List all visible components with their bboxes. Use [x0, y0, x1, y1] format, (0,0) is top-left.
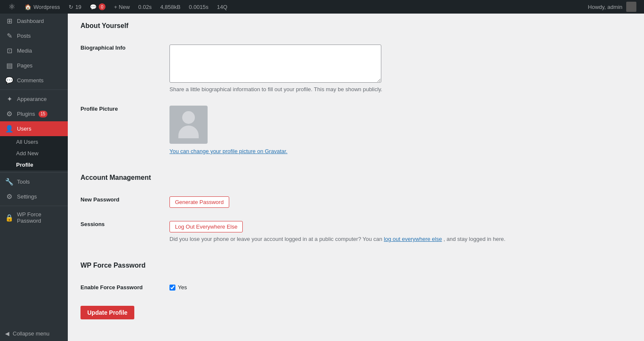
- about-form-table: Biographical Info Share a little biograp…: [80, 38, 631, 161]
- submenu-all-users[interactable]: All Users: [0, 136, 68, 148]
- enable-force-password-row: Enable Force Password Yes: [80, 278, 631, 297]
- new-content-link[interactable]: + New: [110, 0, 134, 14]
- sidebar-item-appearance[interactable]: ✦ Appearance: [0, 92, 68, 106]
- bio-input[interactable]: [169, 45, 381, 83]
- wp-force-form-table: Enable Force Password Yes: [80, 278, 631, 297]
- wp-logo[interactable]: ⚛: [3, 0, 20, 14]
- collapse-menu-button[interactable]: ◀ Collapse menu: [0, 326, 68, 341]
- sidebar-item-posts[interactable]: ✎ Posts: [0, 28, 68, 43]
- bio-label: Biographical Info: [80, 45, 125, 51]
- sidebar-item-plugins[interactable]: ⚙ Plugins 15: [0, 106, 68, 121]
- comment-icon: 💬: [90, 4, 97, 10]
- new-password-label: New Password: [80, 196, 119, 203]
- main-content: About Yourself Biographical Info Share a…: [68, 14, 644, 341]
- submenu-profile[interactable]: Profile: [0, 159, 68, 170]
- update-profile-row: Update Profile: [80, 297, 631, 328]
- log-out-link[interactable]: log out everywhere else: [384, 236, 442, 242]
- settings-icon: ⚙: [5, 193, 14, 201]
- home-icon: 🏠: [25, 4, 31, 10]
- sidebar-item-wp-force-password[interactable]: 🔒 WP Force Password: [0, 208, 68, 227]
- appearance-icon: ✦: [5, 95, 14, 103]
- sidebar-item-comments[interactable]: 💬 Comments: [0, 73, 68, 88]
- perf-1: 0.02s: [134, 0, 156, 14]
- comments-link[interactable]: 💬 0: [86, 0, 110, 14]
- posts-icon: ✎: [5, 32, 14, 40]
- sessions-label: Sessions: [80, 221, 105, 227]
- wp-force-password-heading: WP Force Password: [80, 262, 631, 269]
- sidebar-item-dashboard[interactable]: ⊞ Dashboard: [0, 14, 68, 28]
- plugins-icon: ⚙: [5, 110, 14, 118]
- divider-2: [0, 172, 68, 173]
- sessions-description: Did you lose your phone or leave your ac…: [169, 236, 627, 242]
- media-icon: ⊡: [5, 47, 14, 55]
- sidebar-item-tools[interactable]: 🔧 Tools: [0, 174, 68, 189]
- force-password-icon: 🔒: [5, 214, 14, 222]
- perf-2: 4,858kB: [156, 0, 185, 14]
- sessions-row: Sessions Log Out Everywhere Else Did you…: [80, 215, 631, 249]
- users-icon: 👤: [5, 125, 14, 133]
- account-management-heading: Account Management: [80, 174, 631, 182]
- new-password-row: New Password Generate Password: [80, 190, 631, 215]
- perf-3: 0.0015s: [185, 0, 213, 14]
- collapse-icon: ◀: [5, 330, 9, 337]
- sidebar-item-users[interactable]: 👤 Users ◀: [0, 121, 68, 136]
- site-name-link[interactable]: 🏠 Wordpress: [20, 0, 64, 14]
- sidebar-item-media[interactable]: ⊡ Media: [0, 43, 68, 58]
- yes-label: Yes: [178, 284, 187, 291]
- update-icon: ↻: [69, 4, 73, 10]
- admin-bar: ⚛ 🏠 Wordpress ↻ 19 💬 0 + New 0.02s 4,858…: [0, 0, 644, 14]
- enable-force-password-checkbox[interactable]: [169, 285, 175, 291]
- submenu-add-new[interactable]: Add New: [0, 148, 68, 159]
- avatar-small: [626, 2, 636, 12]
- bio-description: Share a little biographical information …: [169, 86, 627, 92]
- tools-icon: 🔧: [5, 178, 14, 186]
- gravatar-link[interactable]: You can change your profile picture on G…: [169, 148, 287, 154]
- sidebar: ⊞ Dashboard ✎ Posts ⊡ Media ▤ Pages 💬 Co…: [0, 14, 68, 341]
- log-out-everywhere-button[interactable]: Log Out Everywhere Else: [169, 221, 243, 232]
- avatar-head: [182, 111, 195, 124]
- avatar-figure: [178, 111, 199, 138]
- comments-icon: 💬: [5, 76, 14, 84]
- enable-force-password-label: Enable Force Password: [80, 284, 143, 291]
- sidebar-item-settings[interactable]: ⚙ Settings: [0, 189, 68, 204]
- yes-checkbox-label[interactable]: Yes: [169, 284, 627, 291]
- profile-picture-label: Profile Picture: [80, 106, 118, 112]
- dashboard-icon: ⊞: [5, 17, 14, 25]
- updates-link[interactable]: ↻ 19: [64, 0, 86, 14]
- sidebar-item-pages[interactable]: ▤ Pages: [0, 58, 68, 73]
- bio-row: Biographical Info Share a little biograp…: [80, 38, 631, 99]
- profile-picture-row: Profile Picture You can change your prof…: [80, 99, 631, 161]
- perf-4: 14Q: [213, 0, 232, 14]
- avatar-placeholder: [169, 106, 208, 144]
- generate-password-button[interactable]: Generate Password: [169, 196, 229, 208]
- users-submenu: All Users Add New Profile: [0, 136, 68, 170]
- divider-3: [0, 206, 68, 206]
- account-form-table: New Password Generate Password Sessions …: [80, 190, 631, 249]
- avatar-body: [178, 126, 199, 138]
- pages-icon: ▤: [5, 61, 14, 70]
- howdy-menu[interactable]: Howdy, admin: [584, 0, 641, 14]
- about-yourself-heading: About Yourself: [80, 22, 631, 30]
- divider-1: [0, 89, 68, 90]
- update-profile-button[interactable]: Update Profile: [80, 306, 134, 319]
- users-arrow: ◀: [58, 125, 63, 133]
